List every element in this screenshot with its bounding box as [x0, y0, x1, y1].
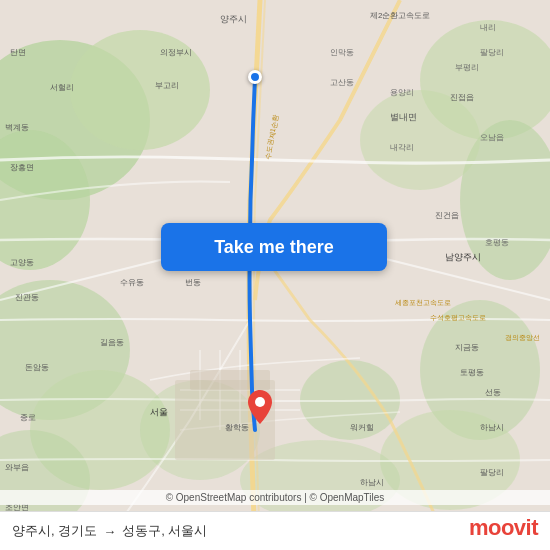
origin-label: 양주시, 경기도 [12, 522, 97, 540]
svg-point-66 [255, 397, 265, 407]
svg-text:내리: 내리 [480, 23, 496, 32]
map-background: 양주시 제2순환고속도로 내리 팔당리 탄면 의정부시 인막동 부평리 서헐리 … [0, 0, 550, 550]
svg-text:제2순환고속도로: 제2순환고속도로 [370, 11, 430, 20]
origin-pin [248, 70, 262, 84]
svg-text:진접읍: 진접읍 [450, 93, 474, 102]
svg-text:진관동: 진관동 [15, 293, 39, 302]
svg-text:양주시: 양주시 [220, 14, 247, 24]
bottom-bar: 양주시, 경기도 → 성동구, 서울시 moovit [0, 511, 550, 550]
svg-point-6 [360, 90, 480, 190]
svg-text:호평동: 호평동 [485, 238, 509, 247]
svg-text:별내면: 별내면 [390, 112, 417, 122]
svg-rect-21 [190, 370, 270, 390]
svg-text:탄면: 탄면 [10, 48, 26, 57]
svg-text:남양주시: 남양주시 [445, 252, 481, 262]
svg-text:오남읍: 오남읍 [480, 133, 504, 142]
svg-text:고양동: 고양동 [10, 258, 34, 267]
svg-text:워커힐: 워커힐 [350, 423, 374, 432]
svg-text:지금동: 지금동 [455, 343, 479, 352]
destination-pin [248, 390, 272, 420]
svg-text:토평동: 토평동 [460, 368, 484, 377]
destination-label: 성동구, 서울시 [122, 522, 207, 540]
svg-text:세종포천고속도로: 세종포천고속도로 [395, 299, 451, 307]
svg-text:와부읍: 와부읍 [5, 463, 29, 472]
svg-text:진건읍: 진건읍 [435, 211, 459, 220]
map-container: 양주시 제2순환고속도로 내리 팔당리 탄면 의정부시 인막동 부평리 서헐리 … [0, 0, 550, 550]
svg-text:번동: 번동 [185, 278, 201, 287]
svg-text:서헐리: 서헐리 [50, 83, 74, 92]
svg-text:수유동: 수유동 [120, 278, 144, 287]
attribution: © OpenStreetMap contributors | © OpenMap… [0, 490, 550, 505]
svg-text:팔당리: 팔당리 [480, 48, 504, 57]
svg-text:길음동: 길음동 [100, 338, 124, 347]
svg-text:종로: 종로 [20, 413, 36, 422]
svg-text:부고리: 부고리 [155, 81, 179, 90]
svg-text:고산동: 고산동 [330, 78, 354, 87]
svg-text:서울: 서울 [150, 407, 168, 417]
svg-text:돈암동: 돈암동 [25, 363, 49, 372]
moovit-logo: moovit [469, 515, 538, 541]
svg-text:수석호평고속도로: 수석호평고속도로 [430, 314, 486, 322]
take-me-there-button[interactable]: Take me there [161, 223, 387, 271]
svg-text:선동: 선동 [485, 388, 501, 397]
svg-text:하남시: 하남시 [480, 423, 504, 432]
svg-text:인막동: 인막동 [330, 48, 354, 57]
svg-text:벽계동: 벽계동 [5, 123, 29, 132]
svg-text:팔당리: 팔당리 [480, 468, 504, 477]
svg-text:부평리: 부평리 [455, 63, 479, 72]
svg-text:용양리: 용양리 [390, 88, 414, 97]
svg-text:내각리: 내각리 [390, 143, 414, 152]
svg-text:장흥면: 장흥면 [10, 163, 34, 172]
svg-text:의정부시: 의정부시 [160, 48, 192, 57]
arrow-icon: → [103, 524, 116, 539]
svg-text:하남시: 하남시 [360, 478, 384, 487]
svg-text:경의중앙선: 경의중앙선 [505, 334, 540, 341]
svg-text:황학동: 황학동 [225, 423, 249, 432]
